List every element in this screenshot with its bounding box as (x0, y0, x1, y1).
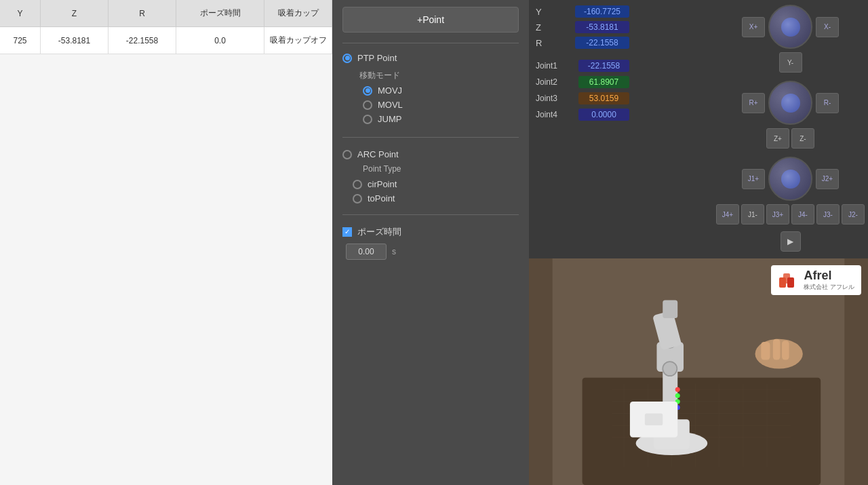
point-type-section: Point Type cirPoint toPoint (342, 162, 519, 206)
header-pose: ポーズ時間 (176, 0, 264, 26)
j2-plus-button[interactable]: J2+ (816, 169, 839, 189)
movj-radio[interactable]: MOVJ (356, 83, 519, 98)
svg-point-23 (675, 393, 680, 398)
joint3-row: Joint3 53.0159 (536, 90, 706, 106)
to-point-radio[interactable]: toPoint (346, 191, 519, 206)
joint2-row: Joint2 61.8907 (536, 74, 706, 90)
zr-joystick-group: R+ R- Z+ Z- (716, 79, 865, 149)
j4-minus-button[interactable]: J4- (791, 204, 814, 225)
svg-point-22 (675, 387, 680, 392)
separator-2 (342, 137, 519, 138)
play-button[interactable]: ▶ (781, 231, 801, 252)
arc-radio-circle (342, 150, 352, 159)
move-mode-label: 移動モード (356, 68, 519, 83)
svg-rect-27 (761, 342, 770, 360)
joints-section: Joint1 -22.1558 Joint2 61.8907 Joint3 53… (529, 54, 713, 126)
j1j2-top-row: J1+ J2+ (742, 155, 839, 202)
cir-point-label: cirPoint (368, 179, 397, 189)
z-coord-row: Z -53.8181 (536, 21, 706, 33)
to-radio-circle (353, 194, 362, 203)
movl-label: MOVL (378, 100, 403, 110)
afrel-brand-container: Afrel 株式会社 アフレル (804, 269, 854, 292)
cir-radio-circle (353, 180, 362, 189)
j4-plus-button[interactable]: J4+ (716, 204, 739, 225)
j3-plus-button[interactable]: J3+ (766, 204, 789, 225)
svg-rect-28 (773, 339, 781, 360)
jump-radio-circle (363, 115, 372, 124)
joint4-label: Joint4 (536, 110, 573, 119)
j1j2-joystick-group: J1+ J2+ J4+ J1- J3+ J4- J3- J2- (716, 155, 865, 225)
x-plus-button[interactable]: X+ (742, 17, 765, 37)
r-minus-button[interactable]: R- (816, 93, 839, 113)
xy-top-row: X+ X- (742, 3, 839, 50)
y-coord-row: Y -160.7725 (536, 5, 706, 18)
joint4-row: Joint4 0.0000 (536, 106, 706, 123)
zr-joystick-inner (781, 94, 800, 113)
movj-radio-circle (363, 86, 372, 96)
movl-radio-circle (363, 100, 372, 110)
zr-joystick-knob[interactable] (768, 81, 812, 125)
time-input-row: 0.00 s (342, 238, 519, 260)
afrel-logo-svg (778, 272, 798, 289)
j1-minus-button[interactable]: J1- (741, 204, 764, 225)
movl-radio[interactable]: MOVL (356, 98, 519, 112)
joint1-row: Joint1 -22.1558 (536, 58, 706, 74)
zr-top-row: R+ R- (742, 79, 839, 126)
coords-joints-area: Y -160.7725 Z -53.8181 R -22.1558 Joint1… (529, 0, 713, 258)
joint1-label: Joint1 (536, 61, 573, 71)
r-coord-label: R (536, 38, 570, 48)
move-mode-section: 移動モード MOVJ MOVL JUMP (342, 66, 519, 128)
y-minus-button[interactable]: Y- (779, 52, 802, 73)
j1j2-bot-row: J4+ J1- J3+ J4- J3- J2- (716, 204, 865, 225)
xy-joystick-knob[interactable] (768, 5, 812, 49)
joysticks-area: X+ X- Y- R+ R- (713, 0, 868, 258)
pose-time-section: ポーズ時間 0.00 s (332, 220, 529, 265)
j2-minus-button[interactable]: J2- (842, 204, 865, 225)
right-controls-area: Y -160.7725 Z -53.8181 R -22.1558 Joint1… (529, 0, 868, 258)
header-y: Y (0, 0, 41, 26)
table-row[interactable]: 725 -53.8181 -22.1558 0.0 吸着カップオフ (0, 27, 332, 54)
svg-rect-1 (583, 378, 821, 485)
pose-time-checkbox[interactable]: ポーズ時間 (342, 226, 519, 238)
z-coord-label: Z (536, 22, 570, 33)
time-input-field[interactable]: 0.00 (346, 244, 387, 260)
xy-bot-row: Y- (779, 52, 802, 73)
afrel-company-name: 株式会社 アフレル (804, 283, 854, 292)
add-point-button[interactable]: +Point (342, 7, 519, 33)
cir-point-radio[interactable]: cirPoint (346, 177, 519, 191)
arc-section: ARC Point Point Type cirPoint toPoint (332, 143, 529, 209)
joint2-value: 61.8907 (578, 76, 629, 88)
separator-1 (342, 43, 519, 43)
pose-time-label: ポーズ時間 (357, 226, 401, 238)
y-coord-label: Y (536, 7, 570, 17)
cell-pose: 0.0 (176, 27, 264, 54)
arc-point-radio[interactable]: ARC Point (342, 147, 519, 162)
z-minus-button[interactable]: Z- (791, 128, 814, 149)
r-coord-value: -22.1558 (575, 37, 629, 49)
zr-mid-row: Z+ Z- (766, 128, 814, 149)
point-type-label: Point Type (346, 162, 519, 177)
x-minus-button[interactable]: X- (816, 17, 839, 37)
xy-joystick-group: X+ X- Y- (716, 3, 865, 73)
svg-rect-34 (787, 277, 794, 288)
svg-rect-31 (645, 414, 663, 426)
jump-label: JUMP (378, 114, 401, 124)
header-z: Z (41, 0, 108, 26)
z-plus-button[interactable]: Z+ (766, 128, 789, 149)
header-r: R (108, 0, 176, 26)
time-unit-label: s (392, 247, 396, 256)
svg-rect-21 (663, 300, 677, 318)
r-plus-button[interactable]: R+ (742, 93, 765, 113)
ptp-point-radio[interactable]: PTP Point (342, 50, 519, 66)
j1-plus-button[interactable]: J1+ (742, 169, 765, 189)
middle-control-panel: +Point PTP Point 移動モード MOVJ MOVL JUMP (332, 0, 529, 485)
coords-section: Y -160.7725 Z -53.8181 R -22.1558 (529, 0, 713, 54)
play-area: ▶ (716, 228, 865, 255)
jump-radio[interactable]: JUMP (356, 112, 519, 126)
j1j2-joystick-knob[interactable] (768, 157, 812, 201)
joint3-value: 53.0159 (578, 92, 629, 104)
ptp-radio-circle (342, 54, 352, 63)
cell-r: -22.1558 (108, 27, 176, 54)
j3-minus-button[interactable]: J3- (816, 204, 840, 225)
svg-rect-29 (782, 341, 789, 360)
